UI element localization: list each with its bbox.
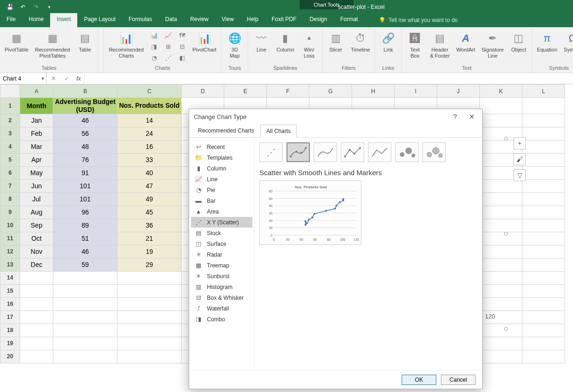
cell-prod[interactable]: 21 bbox=[118, 232, 182, 245]
row-header[interactable]: 1 bbox=[0, 98, 20, 114]
cell-empty[interactable] bbox=[53, 271, 118, 284]
line-chart-button[interactable]: 📈 bbox=[162, 30, 175, 40]
chart-category-templates[interactable]: 📁Templates bbox=[191, 152, 252, 163]
cell-empty[interactable] bbox=[522, 153, 565, 166]
cell-empty[interactable] bbox=[522, 311, 565, 324]
cell-header-month[interactable]: Month bbox=[20, 98, 53, 114]
chart-category-line[interactable]: 📈Line bbox=[191, 174, 252, 185]
cell-empty[interactable] bbox=[522, 127, 565, 140]
chart-category-stock[interactable]: ▤Stock bbox=[191, 228, 252, 238]
table-button[interactable]: ▤Table bbox=[73, 30, 96, 54]
cell-adv[interactable]: 96 bbox=[53, 206, 118, 219]
sparkline-winloss-button[interactable]: ▪Win/ Loss bbox=[298, 30, 320, 60]
cell-prod[interactable]: 40 bbox=[118, 166, 182, 179]
name-box[interactable]: Chart 4▼ bbox=[0, 73, 47, 84]
column-header[interactable]: K bbox=[480, 85, 522, 98]
tab-data[interactable]: Data bbox=[159, 13, 184, 27]
cell-month[interactable]: May bbox=[20, 166, 53, 179]
cell-empty[interactable] bbox=[522, 192, 565, 206]
recommended-pivottables-button[interactable]: ▦Recommended PivotTables bbox=[32, 30, 73, 60]
signature-line-button[interactable]: ✒Signature Line bbox=[479, 30, 507, 60]
cell-empty[interactable] bbox=[53, 350, 118, 363]
scatter-subtype-smooth-lines-markers[interactable] bbox=[286, 142, 310, 162]
cell-prod[interactable]: 45 bbox=[118, 206, 182, 219]
chart-resize-handle[interactable] bbox=[504, 232, 508, 236]
scatter-subtype-smooth-lines[interactable] bbox=[314, 142, 337, 162]
cell-header-prod[interactable]: Nos. Products Sold bbox=[118, 98, 182, 114]
cell-prod[interactable]: 47 bbox=[118, 179, 182, 192]
cell-empty[interactable] bbox=[480, 192, 522, 206]
column-header[interactable]: A bbox=[20, 85, 53, 98]
cell-empty[interactable] bbox=[522, 297, 565, 311]
cell-empty[interactable] bbox=[522, 179, 565, 192]
scatter-subtype-straight-lines-markers[interactable] bbox=[341, 142, 364, 162]
cell-prod[interactable]: 36 bbox=[118, 219, 182, 232]
chart-category-x-y-scatter-[interactable]: ⋰X Y (Scatter) bbox=[191, 217, 252, 228]
redo-icon[interactable]: ↷ bbox=[30, 2, 42, 12]
sparkline-line-button[interactable]: 〰Line bbox=[250, 30, 272, 54]
sparkline-column-button[interactable]: ▮Column bbox=[273, 30, 297, 54]
cell-prod[interactable]: 16 bbox=[118, 140, 182, 153]
column-header[interactable]: H bbox=[352, 85, 395, 98]
qat-customize-icon[interactable]: ▾ bbox=[43, 2, 55, 12]
cancel-button[interactable]: Cancel bbox=[441, 375, 476, 385]
cell-empty[interactable] bbox=[522, 206, 565, 219]
cell-prod[interactable]: 14 bbox=[118, 114, 182, 127]
cell-adv[interactable]: 46 bbox=[53, 114, 118, 127]
row-header[interactable]: 18 bbox=[0, 324, 20, 337]
tab-foxit-pdf[interactable]: Foxit PDF bbox=[265, 13, 303, 27]
cell-empty[interactable] bbox=[522, 258, 565, 271]
scatter-subtype-bubble[interactable] bbox=[395, 142, 419, 162]
cell-prod[interactable]: 33 bbox=[118, 153, 182, 166]
cell-empty[interactable] bbox=[20, 350, 53, 363]
cell-empty[interactable] bbox=[522, 114, 565, 127]
column-chart-button[interactable]: 📊 bbox=[147, 30, 161, 40]
tab-home[interactable]: Home bbox=[22, 13, 50, 27]
row-header[interactable]: 15 bbox=[0, 284, 20, 297]
cell-empty[interactable] bbox=[522, 284, 565, 297]
cell-empty[interactable] bbox=[480, 179, 522, 192]
row-header[interactable]: 13 bbox=[0, 258, 20, 271]
cell-empty[interactable] bbox=[118, 311, 182, 324]
cell-empty[interactable] bbox=[118, 297, 182, 311]
tab-file[interactable]: File bbox=[0, 13, 22, 27]
cell-month[interactable]: Sep bbox=[20, 219, 53, 232]
cell-empty[interactable] bbox=[118, 271, 182, 284]
cell-month[interactable]: Dec bbox=[20, 258, 53, 271]
cell-month[interactable]: Jul bbox=[20, 192, 53, 206]
cell-empty[interactable] bbox=[53, 324, 118, 337]
chart-filters-button[interactable]: ▽ bbox=[514, 169, 526, 181]
surface-chart-button[interactable]: ◧ bbox=[176, 52, 189, 63]
cell-month[interactable]: Nov bbox=[20, 245, 53, 258]
row-header[interactable]: 10 bbox=[0, 219, 20, 232]
cell-empty[interactable] bbox=[522, 232, 565, 245]
cell-empty[interactable] bbox=[480, 219, 522, 232]
cell-empty[interactable] bbox=[522, 245, 565, 258]
scatter-subtype-3d-bubble[interactable] bbox=[422, 142, 446, 162]
cell-empty[interactable] bbox=[480, 337, 522, 350]
cell-empty[interactable] bbox=[480, 271, 522, 284]
cell-empty[interactable] bbox=[522, 166, 565, 179]
wordart-button[interactable]: AWordArt bbox=[454, 30, 478, 54]
row-header[interactable]: 17 bbox=[0, 311, 20, 324]
cell-adv[interactable]: 76 bbox=[53, 153, 118, 166]
row-header[interactable]: 7 bbox=[0, 179, 20, 192]
cell-month[interactable]: Jun bbox=[20, 179, 53, 192]
chart-category-histogram[interactable]: ▥Histogram bbox=[191, 281, 252, 292]
row-header[interactable]: 9 bbox=[0, 206, 20, 219]
cell-month[interactable]: Oct bbox=[20, 232, 53, 245]
cell-empty[interactable] bbox=[53, 297, 118, 311]
select-all-corner[interactable] bbox=[0, 85, 20, 98]
row-header[interactable]: 8 bbox=[0, 192, 20, 206]
tab-help[interactable]: Help bbox=[240, 13, 265, 27]
cell-empty[interactable] bbox=[522, 350, 565, 363]
text-box-button[interactable]: 🅰Text Box bbox=[404, 30, 426, 60]
cell-prod[interactable]: 29 bbox=[118, 258, 182, 271]
cell-adv[interactable]: 101 bbox=[53, 179, 118, 192]
column-header[interactable]: D bbox=[182, 85, 224, 98]
cell-empty[interactable] bbox=[522, 337, 565, 350]
pivotchart-button[interactable]: 📊PivotChart bbox=[190, 30, 219, 54]
cell-empty[interactable] bbox=[522, 271, 565, 284]
chart-category-combo[interactable]: ◨Combo bbox=[191, 314, 252, 325]
cell-adv[interactable]: 46 bbox=[53, 245, 118, 258]
